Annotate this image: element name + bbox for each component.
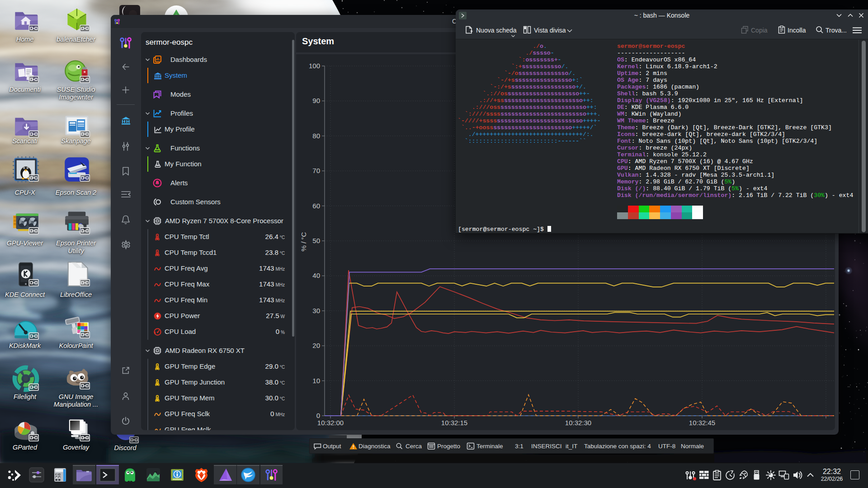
svg-text:50: 50: [312, 237, 320, 244]
svg-text:% / °C: % / °C: [300, 232, 307, 251]
svg-text:30: 30: [312, 307, 320, 314]
svg-text:10:32:30: 10:32:30: [565, 419, 591, 427]
svg-text:60: 60: [312, 202, 320, 210]
svg-text:0: 0: [316, 412, 320, 419]
svg-text:40: 40: [312, 272, 320, 279]
svg-text:90: 90: [312, 97, 320, 104]
svg-text:10:32:45: 10:32:45: [689, 419, 715, 427]
svg-text:10:32:15: 10:32:15: [441, 419, 467, 427]
svg-text:70: 70: [312, 167, 320, 174]
svg-text:100: 100: [309, 62, 320, 70]
svg-text:10: 10: [312, 377, 320, 385]
svg-text:10:32:00: 10:32:00: [317, 419, 344, 427]
svg-text:20: 20: [312, 342, 320, 349]
svg-text:80: 80: [312, 132, 320, 140]
